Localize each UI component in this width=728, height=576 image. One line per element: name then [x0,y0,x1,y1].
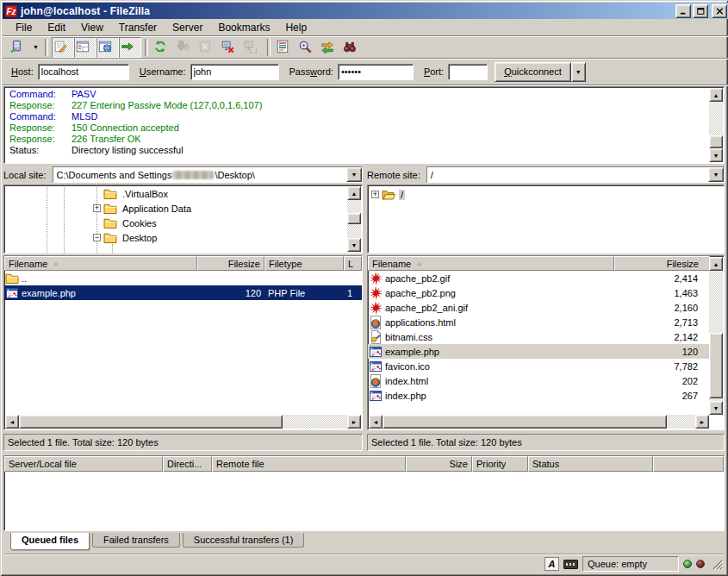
menu-bookmarks[interactable]: Bookmarks [210,21,277,34]
menu-file[interactable]: File [8,21,40,34]
tab-successful-transfers[interactable]: Successful transfers (1) [183,533,305,548]
scroll-down-icon[interactable]: ▼ [709,148,723,162]
remote-list-vscrollbar[interactable]: ▲ ▼ [709,257,723,415]
resize-grip[interactable] [711,558,723,570]
menu-help[interactable]: Help [277,21,314,34]
site-manager-dropdown[interactable]: ▼ [30,38,41,57]
tree-expander-plus[interactable]: + [93,204,101,212]
column-header-filetype[interactable]: Filetype [264,256,344,271]
menu-server[interactable]: Server [165,21,210,34]
cancel-button[interactable] [196,37,219,58]
combo-dropdown-icon[interactable]: ▼ [708,167,724,182]
file-row[interactable]: apache_pb2.png 1,463 [368,285,710,300]
column-header-filename[interactable]: Filename▲ [4,256,197,271]
tree-item-cookies[interactable]: Cookies [4,216,362,230]
file-row[interactable]: bitnami.css 2,142 [368,329,710,344]
log-scrollbar[interactable]: ▲ ▼ [709,88,723,162]
compare-directories-button[interactable] [296,37,319,58]
scroll-left-icon[interactable]: ◄ [5,415,19,429]
tree-expander-minus[interactable]: − [93,234,101,241]
scrollbar-thumb[interactable] [19,415,283,429]
toggle-message-log-button[interactable] [52,37,74,58]
column-header-filename[interactable]: Filename▲ [368,256,614,271]
scroll-right-icon[interactable]: ► [347,415,361,429]
column-header-filesize[interactable]: Filesize [197,256,264,271]
maximize-button[interactable] [693,4,708,18]
tree-item-virtualbox[interactable]: .VirtualBox [4,186,362,201]
tree-item-application-data[interactable]: + Application Data [4,201,362,216]
remote-tree-icon [98,40,114,55]
column-header-status[interactable]: Status [528,456,653,472]
scroll-up-icon[interactable]: ▲ [709,88,723,102]
reconnect-button[interactable] [241,37,264,58]
password-label: Password: [289,66,333,77]
find-icon [343,40,358,55]
menu-view[interactable]: View [73,21,111,34]
tree-item-root[interactable]: + / [368,187,724,202]
scroll-left-icon[interactable]: ◄ [369,415,383,429]
file-row[interactable]: applications.html 2,713 [368,315,710,329]
column-header-size[interactable]: Size [406,456,472,472]
filter-button[interactable] [274,37,296,58]
tree-item-desktop[interactable]: − Desktop [4,230,362,245]
combo-dropdown-icon[interactable]: ▼ [346,167,362,182]
scrollbar-thumb[interactable] [347,213,361,224]
log-line: Command:MLSD [9,111,706,122]
remote-path-combobox[interactable]: / ▼ [426,166,725,183]
scrollbar-thumb[interactable] [709,333,723,398]
speed-limit-indicator-icon [563,560,578,569]
scrollbar-thumb[interactable] [383,415,667,429]
quickconnect-dropdown[interactable]: ▼ [571,62,586,82]
toggle-remote-tree-button[interactable] [96,37,119,58]
file-row[interactable]: index.html 202 [368,373,710,388]
port-input[interactable] [448,64,488,80]
find-files-button[interactable] [341,37,364,58]
remote-list-hscrollbar[interactable]: ◄ ► [369,415,709,429]
sort-ascending-icon: ▲ [53,260,59,266]
file-row-example-php[interactable]: example.php 120 PHP File 1 [4,285,362,300]
synchronized-browsing-button[interactable] [319,37,341,58]
column-header-direction[interactable]: Directi... [163,456,212,472]
scrollbar-thumb[interactable] [709,135,723,148]
titlebar[interactable]: Fz john@localhost - FileZilla [3,3,728,19]
scroll-down-icon[interactable]: ▼ [709,401,723,415]
column-header-lastmodified[interactable]: L [344,256,362,271]
toolbar-separator [267,39,271,56]
toggle-queue-button[interactable] [119,37,141,58]
process-queue-button[interactable] [174,37,196,58]
close-button[interactable] [712,4,727,18]
disconnect-button[interactable] [219,37,241,58]
toggle-local-tree-button[interactable] [74,37,96,58]
local-tree-scrollbar[interactable]: ▲ ▼ [347,186,361,252]
file-row[interactable]: apache_pb2.gif 2,414 [368,271,710,285]
tab-queued-files[interactable]: Queued files [10,533,90,550]
scroll-right-icon[interactable]: ► [695,415,709,429]
file-row-example-php[interactable]: example.php 120 [368,344,710,359]
php-file-icon [369,389,383,403]
window-title: john@localhost - FileZilla [21,5,674,17]
file-row-updir[interactable]: .. [4,271,362,285]
menu-transfer[interactable]: Transfer [111,21,165,34]
minimize-button[interactable] [675,4,691,18]
column-header-remote-file[interactable]: Remote file [212,456,406,472]
scroll-down-icon[interactable]: ▼ [347,238,361,252]
column-header-filesize[interactable]: Filesize [614,256,710,271]
scroll-up-icon[interactable]: ▲ [709,257,723,271]
password-input[interactable] [338,64,414,80]
site-manager-button[interactable] [8,37,30,58]
tab-failed-transfers[interactable]: Failed transfers [92,533,180,548]
file-row[interactable]: index.php 267 [368,388,710,403]
tree-expander-plus[interactable]: + [371,191,379,198]
file-row[interactable]: favicon.ico 7,782 [368,359,710,373]
menu-edit[interactable]: Edit [40,21,73,34]
local-path-combobox[interactable]: C:\Documents and Settings\Desktop\ ▼ [53,166,363,183]
file-row[interactable]: apache_pb2_ani.gif 2,160 [368,300,710,315]
column-header-priority[interactable]: Priority [472,456,528,472]
username-input[interactable] [190,64,279,80]
host-input[interactable] [38,64,129,80]
column-header-server-local-file[interactable]: Server/Local file [4,456,163,472]
scroll-up-icon[interactable]: ▲ [347,186,361,200]
local-list-hscrollbar[interactable]: ◄ ► [5,415,361,429]
quickconnect-button[interactable]: Quickconnect [495,62,571,82]
refresh-button[interactable] [152,37,174,58]
